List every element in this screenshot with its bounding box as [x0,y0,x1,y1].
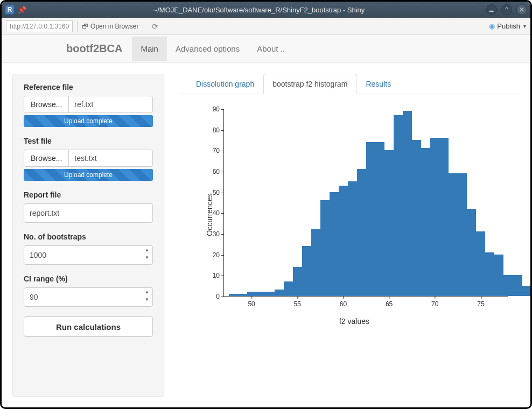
y-tick: 70 [206,147,220,154]
histogram-bar [375,142,384,296]
histogram-bar [384,150,394,296]
run-calculations-button[interactable]: Run calculations [24,316,153,337]
stepper-down-icon[interactable]: ▼ [145,298,149,302]
y-tick: 30 [206,230,220,238]
open-browser-label: Open in Browser [90,23,138,30]
stepper-up-icon[interactable]: ▲ [145,290,149,294]
histogram-bar [247,292,256,296]
plot-region: 0102030405060708090505560657075 [223,109,508,297]
histogram-bar [357,169,366,296]
histogram-bar [449,173,458,296]
histogram-bar [366,142,375,296]
window-titlebar: R 📌 ~/MOJE_DANE/olo/Software/software_R/… [2,2,530,18]
histogram-bar [256,292,265,296]
bootstraps-value: 1000 [30,251,46,259]
y-tick: 90 [206,105,220,113]
browser-toolbar: http://127.0.0.1:3160 🗗 Open in Browser … [2,18,530,35]
histogram-bar [339,186,348,296]
stepper-down-icon[interactable]: ▼ [145,256,149,260]
y-tick: 0 [206,293,220,300]
histogram-bar [476,231,485,296]
y-tick: 10 [206,272,220,279]
x-axis-label: f2 values [339,317,369,326]
test-filename: test.txt [69,150,152,166]
publish-button[interactable]: ◉ Publish ▾ [489,22,526,30]
nav-tab-advanced[interactable]: Advanced options [167,37,248,61]
x-tick: 65 [386,300,393,308]
ci-range-label: CI range (%) [24,274,153,283]
histogram-bar [485,252,494,296]
divider [77,21,78,32]
histogram-bar [467,209,476,296]
histogram-bar [494,255,503,296]
bootstraps-label: No. of bootstraps [24,232,153,241]
y-tick: 50 [206,189,220,196]
tab-bootstrap-histogram[interactable]: bootstrap f2 histogram [263,74,356,94]
y-tick: 20 [206,251,220,259]
x-tick: 55 [294,300,301,308]
test-browse-button[interactable]: Browse... [24,150,69,166]
sidebar-panel: Reference file Browse... ref.txt Upload … [12,74,164,397]
histogram-bar [421,148,430,296]
stepper-up-icon[interactable]: ▲ [145,248,149,252]
histogram-bar [229,294,238,296]
tab-dissolution-graph[interactable]: Dissolution graph [187,74,263,94]
publish-icon: ◉ [489,22,495,30]
histogram-bars [229,109,532,296]
test-file-input[interactable]: Browse... test.txt [24,150,153,167]
histogram-bar [311,229,320,296]
x-tick: 60 [340,300,347,308]
reference-filename: ref.txt [69,96,152,112]
app-navbar: bootf2BCA Main Advanced options About .. [2,35,530,63]
tab-results[interactable]: Results [356,74,400,94]
reference-browse-button[interactable]: Browse... [24,96,69,112]
minimize-button[interactable]: 🗕 [486,4,497,15]
main-panel: Dissolution graph bootstrap f2 histogram… [180,74,520,397]
histogram-bar [293,267,302,296]
open-in-browser-button[interactable]: 🗗 Open in Browser [82,23,138,30]
histogram-bar [403,111,412,296]
chevron-down-icon: ▾ [523,23,526,29]
histogram-bar [522,286,531,296]
bootstraps-input[interactable]: 1000 ▲▼ [24,245,153,265]
report-file-input[interactable] [24,203,153,223]
report-file-label: Report file [24,191,153,199]
test-file-label: Test file [24,137,153,145]
histogram-bar [412,140,421,296]
ci-range-input[interactable]: 90 ▲▼ [24,287,153,307]
histogram-bar [458,173,467,296]
histogram-bar [320,200,330,296]
browser-icon: 🗗 [82,23,88,30]
url-field[interactable]: http://127.0.0.1:3160 [6,20,73,32]
divider [143,21,143,32]
histogram-bar [238,294,247,296]
histogram-bar [265,292,275,296]
histogram-bar [330,192,339,296]
histogram-bar [348,181,357,296]
main-tabs: Dissolution graph bootstrap f2 histogram… [180,74,520,94]
rstudio-icon: R [5,5,15,15]
nav-tab-about[interactable]: About .. [248,37,293,61]
app-brand: bootf2BCA [66,43,122,55]
histogram-bar [394,115,403,296]
x-tick: 70 [431,300,438,308]
refresh-icon[interactable]: ⟳ [152,22,158,31]
maximize-button[interactable]: ⌃ [501,4,512,15]
test-upload-status: Upload complete [24,169,153,181]
y-tick: 40 [206,209,220,217]
chart-area: Occurrences 0102030405060708090505560657… [180,94,520,329]
histogram-bar [503,275,513,296]
histogram-bar [439,138,449,296]
pin-icon[interactable]: 📌 [18,6,26,14]
window-title: ~/MOJE_DANE/olo/Software/software_R/Shin… [32,6,486,14]
x-tick: 75 [477,300,484,308]
histogram-bar [284,281,293,296]
reference-file-label: Reference file [24,83,153,91]
nav-tab-main[interactable]: Main [132,37,167,61]
reference-upload-status: Upload complete [24,115,153,127]
close-button[interactable]: ✕ [516,4,527,15]
reference-file-input[interactable]: Browse... ref.txt [24,96,153,113]
histogram-bar [430,138,439,296]
x-tick: 50 [248,300,255,308]
histogram-chart: Occurrences 0102030405060708090505560657… [195,107,513,322]
